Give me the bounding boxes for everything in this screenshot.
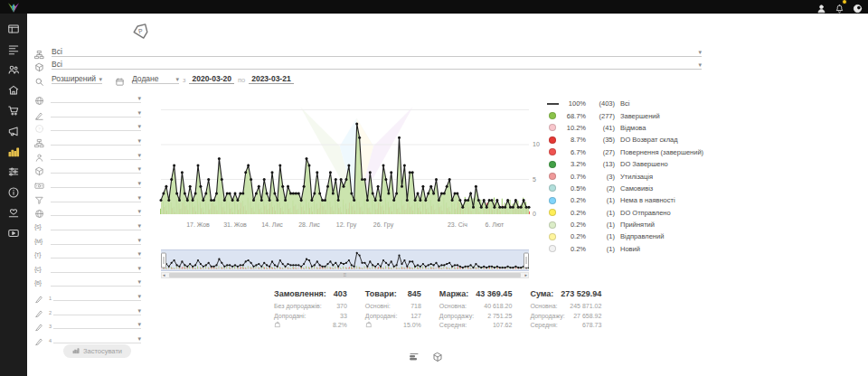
- panel-filter-select[interactable]: ▾: [51, 220, 141, 230]
- chart-navigator[interactable]: [161, 249, 529, 271]
- scroll-right-arrow[interactable]: ▸: [524, 272, 527, 278]
- panel-filter-select[interactable]: ▾: [51, 149, 141, 160]
- scroll-left-arrow[interactable]: ◂: [163, 272, 165, 278]
- legend-label: Прийнятий: [620, 221, 655, 229]
- legend-item[interactable]: 68.7%(277)Завершений: [546, 109, 709, 121]
- package-icon: [34, 60, 44, 70]
- date-to-input[interactable]: 2023-03-21: [249, 72, 293, 84]
- panel-filter-select[interactable]: ▾: [51, 248, 141, 258]
- legend-dot-symbol: [549, 209, 556, 216]
- bell-icon[interactable]: [835, 1, 844, 11]
- legend-dot-symbol: [549, 173, 556, 180]
- panel-filter-select[interactable]: ▾: [51, 192, 141, 202]
- token-icon: {s}: [34, 222, 44, 230]
- panel-filter-row-token{в}: {в}▾: [34, 275, 141, 287]
- products-select[interactable]: Всі ▾: [52, 58, 702, 70]
- sidebar-item-dashboard[interactable]: [7, 23, 20, 35]
- legend-item[interactable]: 0.2%(1)Відправлений: [546, 230, 709, 242]
- sidebar-item-cart[interactable]: [7, 104, 20, 117]
- status-select[interactable]: Всі ▾: [52, 45, 702, 57]
- panel-filter-select[interactable]: ▾: [51, 107, 141, 118]
- sidebar-item-statistics[interactable]: [7, 146, 20, 158]
- sidebar-item-info[interactable]: [7, 186, 20, 199]
- brand-logo-icon[interactable]: [6, 1, 21, 13]
- legend-item[interactable]: 0.2%(1)Прийнятий: [546, 219, 709, 230]
- scrollbar-thumb[interactable]: ⠿: [169, 273, 521, 277]
- stats-title: Замовлення:: [274, 289, 326, 298]
- panel-filter-select[interactable]: ▾: [51, 92, 141, 103]
- panel-filter-row-pencil4: 4▾: [34, 332, 141, 343]
- panel-filter-select[interactable]: ▾: [51, 120, 141, 131]
- navigator-scrollbar[interactable]: ◂ ⠿ ▸: [161, 272, 529, 278]
- legend-item[interactable]: 0.2%(1)Нема в наявності: [546, 194, 709, 206]
- panel-filter-row-token{с}: {с}▾: [34, 261, 141, 273]
- search-mode-select[interactable]: Розширений ▾: [52, 72, 102, 84]
- summary-stats: Замовлення:403Без допродажів:370Допродан…: [274, 289, 601, 331]
- panel-filter-select[interactable]: ▾: [53, 290, 141, 301]
- sidebar-item-store[interactable]: [7, 84, 20, 97]
- panel-filter-select[interactable]: ▾: [51, 205, 141, 216]
- sidebar-item-orders-list[interactable]: [7, 43, 20, 56]
- panel-filter-select[interactable]: ▾: [51, 276, 141, 287]
- chevron-down-icon: ▾: [698, 61, 702, 69]
- legend-item[interactable]: 0.2%(1)Новий: [546, 243, 709, 255]
- top-bar: [0, 0, 868, 14]
- legend-count: (35): [591, 136, 615, 144]
- stats-sub-value: 15.0%: [403, 321, 421, 331]
- legend-item[interactable]: 0.5%(2)Самовивіз: [546, 183, 709, 194]
- legend-item[interactable]: 0.7%(3)Утилізація: [546, 170, 709, 182]
- apply-button[interactable]: Застосувати: [63, 344, 131, 358]
- legend-dot-symbol: [549, 161, 556, 168]
- date-from-input[interactable]: 2020-03-20: [189, 72, 233, 84]
- search-icon[interactable]: [34, 74, 44, 84]
- chevron-down-icon: ▾: [137, 265, 141, 272]
- stats-sub-value: 107.62: [493, 321, 512, 331]
- legend-item[interactable]: 6.7%(27)Повернення (завершений): [546, 146, 709, 158]
- products-view-icon[interactable]: [432, 350, 443, 361]
- sidebar-item-partners[interactable]: [7, 206, 20, 219]
- legend-item[interactable]: 100%(403)Всі: [546, 98, 709, 109]
- panel-filter-select[interactable]: ▾: [53, 333, 141, 343]
- panel-filter-select[interactable]: ▾: [53, 305, 141, 315]
- panel-filter-select[interactable]: ▾: [53, 318, 141, 329]
- stats-sub-value: 678.73: [582, 321, 601, 331]
- token-icon: {м}: [34, 237, 44, 245]
- pencil-icon: [34, 334, 44, 343]
- sidebar-item-settings-sliders[interactable]: [7, 165, 20, 178]
- sidebar-item-clients[interactable]: [7, 63, 20, 76]
- chevron-down-icon: ▾: [137, 95, 141, 102]
- legend-label: DO Возврат склад: [620, 136, 678, 144]
- chevron-down-icon: ▾: [137, 222, 141, 230]
- panel-filter-select[interactable]: ▾: [51, 163, 141, 174]
- date-field-select[interactable]: Додане ▾: [132, 72, 179, 84]
- stats-value: 273 529.94: [561, 289, 601, 298]
- panel-filter-select[interactable]: ▾: [51, 234, 141, 245]
- banknote-icon: [34, 178, 44, 188]
- legend-item[interactable]: 8.7%(35)DO Возврат склад: [546, 134, 709, 146]
- tag-icon[interactable]: P: [127, 21, 155, 43]
- person-icon: [34, 150, 44, 160]
- y-tick-label: 5: [533, 176, 536, 183]
- orders-chart[interactable]: [154, 89, 541, 220]
- legend-count: (277): [591, 112, 615, 120]
- pencil-icon: [34, 291, 44, 301]
- legend-percent: 6.7%: [562, 148, 586, 156]
- panel-filter-select[interactable]: ▾: [51, 135, 141, 146]
- legend-item[interactable]: 0.2%(1)DO Отправлено: [546, 207, 709, 219]
- legend-label: Новий: [620, 245, 640, 253]
- panel-filter-row-funnel: ▾: [34, 191, 141, 202]
- panel-filter-select[interactable]: ▾: [51, 177, 141, 188]
- panel-filter-row-sitemap: ▾: [34, 134, 141, 146]
- calendar-icon[interactable]: [115, 74, 125, 84]
- legend-dot-symbol: [549, 197, 556, 204]
- panel-filter-select[interactable]: ▾: [51, 262, 141, 273]
- chevron-down-icon: ▾: [137, 307, 141, 315]
- user-icon[interactable]: [816, 1, 826, 11]
- legend-item[interactable]: 10.2%(41)Відмова: [546, 122, 709, 134]
- x-tick-label: 17. Жов: [186, 221, 210, 228]
- sidebar-item-marketing[interactable]: [7, 125, 20, 137]
- list-view-icon[interactable]: [409, 350, 420, 361]
- avatar-icon[interactable]: [853, 1, 863, 11]
- sidebar-item-video[interactable]: [7, 227, 20, 240]
- legend-item[interactable]: 3.2%(13)DO Завершено: [546, 158, 709, 170]
